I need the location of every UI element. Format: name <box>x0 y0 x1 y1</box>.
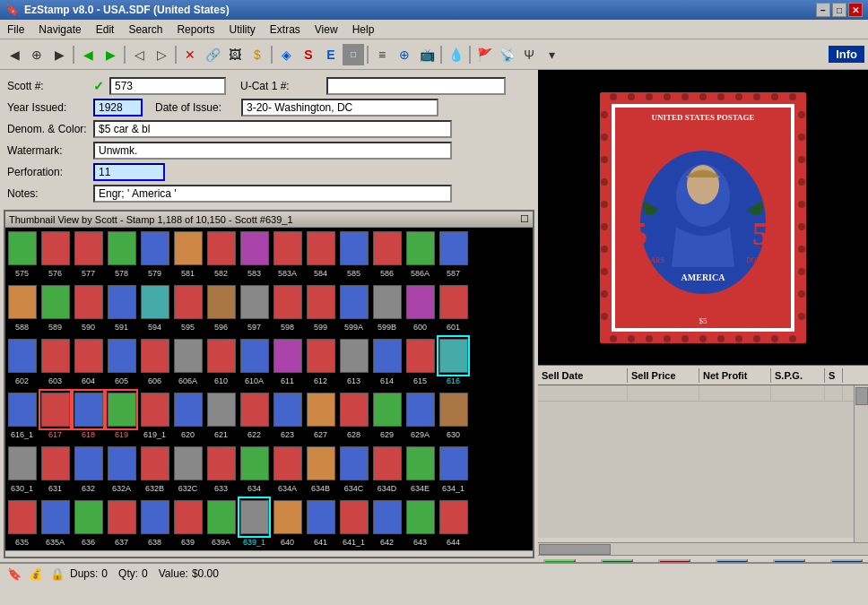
thumb-588[interactable] <box>5 281 39 323</box>
thumb-618[interactable] <box>72 389 105 430</box>
menu-utility[interactable]: Utility <box>221 22 262 38</box>
thumb-586[interactable] <box>370 228 404 269</box>
nav-right[interactable]: ▷ <box>151 44 172 65</box>
scott-input[interactable] <box>109 77 226 95</box>
next-green[interactable]: ▶ <box>100 44 121 65</box>
thumb-586a[interactable] <box>404 228 437 269</box>
thumb-630[interactable] <box>437 389 470 430</box>
omega-btn[interactable]: Ψ <box>518 44 540 65</box>
forward-button[interactable]: ▶ <box>48 44 70 65</box>
back-button[interactable]: ◀ <box>4 44 25 65</box>
thumb-596[interactable] <box>204 281 238 323</box>
thumb-643[interactable] <box>404 497 437 538</box>
thumb-637[interactable] <box>105 497 138 538</box>
thumb-scroll-right[interactable] <box>470 228 490 269</box>
thumb-623[interactable] <box>271 389 304 430</box>
thumb-579[interactable] <box>138 228 171 269</box>
date-input[interactable] <box>241 99 438 117</box>
thumb-620[interactable] <box>171 389 204 430</box>
thumb-602[interactable] <box>5 335 39 376</box>
info-button[interactable]: Info <box>829 46 864 63</box>
nav-left[interactable]: ◁ <box>128 44 150 65</box>
thumb-582[interactable] <box>204 228 238 269</box>
menu-search[interactable]: Search <box>121 22 169 38</box>
thumb-589[interactable] <box>39 281 72 323</box>
thumb-614[interactable] <box>370 335 404 376</box>
thumb-597[interactable] <box>238 281 271 323</box>
menu-reports[interactable]: Reports <box>169 22 221 38</box>
thumb-632[interactable] <box>72 443 105 484</box>
thumb-642[interactable] <box>370 497 404 538</box>
thumb-611[interactable] <box>271 335 304 376</box>
thumb-634c[interactable] <box>337 443 370 484</box>
vertical-scrollbar[interactable] <box>854 385 868 542</box>
thumb-632a[interactable] <box>105 443 138 484</box>
thumb-628[interactable] <box>337 389 370 430</box>
menu-view[interactable]: View <box>308 22 345 38</box>
thumb-619_1[interactable] <box>138 389 171 430</box>
thumb-639[interactable] <box>171 497 204 538</box>
thumb-631[interactable] <box>39 443 72 484</box>
thumb-598[interactable] <box>271 281 304 323</box>
thumb-635[interactable] <box>5 497 39 538</box>
add-btn[interactable]: ⊕ <box>394 44 415 65</box>
watermark-input[interactable] <box>93 142 452 160</box>
thumb-576[interactable] <box>39 228 72 269</box>
thumb-575[interactable] <box>5 228 39 269</box>
img-btn[interactable]: 🖼 <box>224 44 246 65</box>
thumb-632b[interactable] <box>138 443 171 484</box>
scrollbar-thumb[interactable] <box>855 387 868 405</box>
menu-extras[interactable]: Extras <box>263 22 308 38</box>
thumb-606[interactable] <box>138 335 171 376</box>
thumb-634a[interactable] <box>271 443 304 484</box>
thumb-606a[interactable] <box>171 335 204 376</box>
thumb-638[interactable] <box>138 497 171 538</box>
perf-input[interactable] <box>93 163 165 181</box>
thumb-599a[interactable] <box>337 281 370 323</box>
menu-file[interactable]: File <box>0 22 31 38</box>
thumb-641[interactable] <box>304 497 337 538</box>
tv-btn[interactable]: 📺 <box>416 44 438 65</box>
tv2-btn[interactable]: 📡 <box>496 44 517 65</box>
thumb-590[interactable] <box>72 281 105 323</box>
thumb-583[interactable] <box>238 228 271 269</box>
horizontal-scrollbar[interactable] <box>538 542 868 555</box>
thumb-599[interactable] <box>304 281 337 323</box>
thumb-583a[interactable] <box>271 228 304 269</box>
drop-btn[interactable]: 💧 <box>445 44 466 65</box>
thumb-610[interactable] <box>204 335 238 376</box>
thumb-634_1[interactable] <box>437 443 470 484</box>
jump-button[interactable]: ⊕ <box>26 44 48 65</box>
thumb-601[interactable] <box>437 281 470 323</box>
thumb-634[interactable] <box>238 443 271 484</box>
thumb-605[interactable] <box>105 335 138 376</box>
thumb-633[interactable] <box>204 443 238 484</box>
thumb-584[interactable] <box>304 228 337 269</box>
thumb-616[interactable] <box>437 335 470 376</box>
minimize-button[interactable]: − <box>816 3 830 17</box>
thumb-604[interactable] <box>72 335 105 376</box>
thumb-634d[interactable] <box>370 443 404 484</box>
thumb-599b[interactable] <box>370 281 404 323</box>
thumb-632c[interactable] <box>171 443 204 484</box>
thumb-615[interactable] <box>404 335 437 376</box>
cancel-btn[interactable]: ✕ <box>179 44 201 65</box>
close-button[interactable]: ✕ <box>848 3 863 17</box>
thumb-629[interactable] <box>370 389 404 430</box>
notes-input[interactable] <box>93 185 452 203</box>
thumb-629a[interactable] <box>404 389 437 430</box>
thumb-600[interactable] <box>404 281 437 323</box>
thumb-591[interactable] <box>105 281 138 323</box>
maximize-button[interactable]: □ <box>832 3 846 17</box>
s-btn[interactable]: S <box>298 44 319 65</box>
thumb-621[interactable] <box>204 389 238 430</box>
year-input[interactable] <box>93 99 143 117</box>
thumb-641_1[interactable] <box>337 497 370 538</box>
thumb-622[interactable] <box>238 389 271 430</box>
thumb-613[interactable] <box>337 335 370 376</box>
price-btn[interactable]: $ <box>247 44 268 65</box>
thumb-603[interactable] <box>39 335 72 376</box>
thumb-639a[interactable] <box>204 497 238 538</box>
sq-btn[interactable]: □ <box>343 44 364 65</box>
thumb-644[interactable] <box>437 497 470 538</box>
